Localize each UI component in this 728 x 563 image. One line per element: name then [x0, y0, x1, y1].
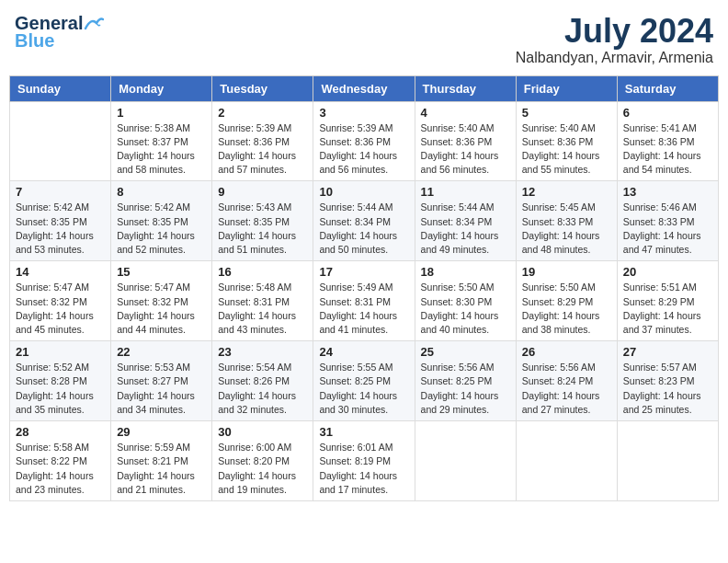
day-info: Sunrise: 5:38 AMSunset: 8:37 PMDaylight:…: [117, 121, 206, 178]
calendar-cell: 11Sunrise: 5:44 AMSunset: 8:34 PMDayligh…: [415, 181, 516, 261]
calendar-cell: 22Sunrise: 5:53 AMSunset: 8:27 PMDayligh…: [111, 341, 212, 421]
day-info: Sunrise: 5:42 AMSunset: 8:35 PMDaylight:…: [117, 201, 206, 257]
calendar-cell: 13Sunrise: 5:46 AMSunset: 8:33 PMDayligh…: [617, 181, 718, 261]
day-info: Sunrise: 5:53 AMSunset: 8:27 PMDaylight:…: [117, 361, 206, 417]
calendar-cell: 18Sunrise: 5:50 AMSunset: 8:30 PMDayligh…: [415, 261, 516, 341]
calendar-cell: 30Sunrise: 6:00 AMSunset: 8:20 PMDayligh…: [212, 421, 313, 501]
logo-bird-icon: [84, 16, 104, 32]
day-number: 26: [522, 345, 611, 359]
day-info: Sunrise: 5:40 AMSunset: 8:36 PMDaylight:…: [421, 121, 510, 178]
day-info: Sunrise: 5:44 AMSunset: 8:34 PMDaylight:…: [319, 201, 408, 257]
day-info: Sunrise: 5:39 AMSunset: 8:36 PMDaylight:…: [218, 121, 307, 178]
calendar-cell: [415, 421, 516, 501]
calendar-week-row: 7Sunrise: 5:42 AMSunset: 8:35 PMDaylight…: [10, 181, 719, 261]
day-info: Sunrise: 5:50 AMSunset: 8:29 PMDaylight:…: [522, 281, 611, 337]
day-info: Sunrise: 5:56 AMSunset: 8:25 PMDaylight:…: [421, 361, 510, 417]
calendar-cell: 29Sunrise: 5:59 AMSunset: 8:21 PMDayligh…: [111, 421, 212, 501]
logo: General Blue: [15, 13, 105, 52]
calendar-cell: 1Sunrise: 5:38 AMSunset: 8:37 PMDaylight…: [111, 101, 212, 181]
day-number: 29: [117, 425, 206, 439]
day-info: Sunrise: 5:40 AMSunset: 8:36 PMDaylight:…: [522, 121, 611, 178]
day-info: Sunrise: 5:39 AMSunset: 8:36 PMDaylight:…: [319, 121, 408, 178]
calendar-cell: 6Sunrise: 5:41 AMSunset: 8:36 PMDaylight…: [617, 101, 718, 181]
calendar-cell: 31Sunrise: 6:01 AMSunset: 8:19 PMDayligh…: [313, 421, 415, 501]
calendar-week-row: 21Sunrise: 5:52 AMSunset: 8:28 PMDayligh…: [10, 341, 719, 421]
calendar-cell: 10Sunrise: 5:44 AMSunset: 8:34 PMDayligh…: [313, 181, 415, 261]
day-info: Sunrise: 5:54 AMSunset: 8:26 PMDaylight:…: [218, 361, 307, 417]
calendar-cell: 24Sunrise: 5:55 AMSunset: 8:25 PMDayligh…: [313, 341, 415, 421]
calendar-header-row: SundayMondayTuesdayWednesdayThursdayFrid…: [10, 75, 719, 101]
day-info: Sunrise: 5:49 AMSunset: 8:31 PMDaylight:…: [319, 281, 408, 337]
calendar-cell: 28Sunrise: 5:58 AMSunset: 8:22 PMDayligh…: [10, 421, 111, 501]
day-info: Sunrise: 5:41 AMSunset: 8:36 PMDaylight:…: [623, 121, 712, 178]
day-number: 22: [117, 345, 206, 359]
day-number: 10: [319, 185, 408, 199]
day-info: Sunrise: 5:47 AMSunset: 8:32 PMDaylight:…: [16, 281, 105, 337]
day-info: Sunrise: 5:55 AMSunset: 8:25 PMDaylight:…: [319, 361, 408, 417]
day-info: Sunrise: 5:51 AMSunset: 8:29 PMDaylight:…: [623, 281, 712, 337]
calendar-week-row: 14Sunrise: 5:47 AMSunset: 8:32 PMDayligh…: [10, 261, 719, 341]
calendar-cell: [10, 101, 111, 181]
day-info: Sunrise: 5:45 AMSunset: 8:33 PMDaylight:…: [522, 201, 611, 257]
day-number: 2: [218, 106, 307, 120]
calendar-cell: 20Sunrise: 5:51 AMSunset: 8:29 PMDayligh…: [617, 261, 718, 341]
day-number: 25: [421, 345, 510, 359]
day-number: 23: [218, 345, 307, 359]
title-section: July 2024 Nalbandyan, Armavir, Armenia: [516, 13, 713, 66]
day-number: 7: [16, 185, 105, 199]
calendar-cell: 27Sunrise: 5:57 AMSunset: 8:23 PMDayligh…: [617, 341, 718, 421]
calendar-week-row: 1Sunrise: 5:38 AMSunset: 8:37 PMDaylight…: [10, 101, 719, 181]
calendar-table: SundayMondayTuesdayWednesdayThursdayFrid…: [9, 75, 719, 501]
day-number: 31: [319, 425, 408, 439]
day-info: Sunrise: 5:52 AMSunset: 8:28 PMDaylight:…: [16, 361, 105, 417]
day-info: Sunrise: 5:57 AMSunset: 8:23 PMDaylight:…: [623, 361, 712, 417]
calendar-cell: 9Sunrise: 5:43 AMSunset: 8:35 PMDaylight…: [212, 181, 313, 261]
weekday-header: Friday: [516, 75, 617, 101]
calendar-cell: 8Sunrise: 5:42 AMSunset: 8:35 PMDaylight…: [111, 181, 212, 261]
calendar-cell: 23Sunrise: 5:54 AMSunset: 8:26 PMDayligh…: [212, 341, 313, 421]
weekday-header: Monday: [111, 75, 212, 101]
weekday-header: Saturday: [617, 75, 718, 101]
calendar-cell: 21Sunrise: 5:52 AMSunset: 8:28 PMDayligh…: [10, 341, 111, 421]
day-info: Sunrise: 6:01 AMSunset: 8:19 PMDaylight:…: [319, 441, 408, 497]
day-info: Sunrise: 5:42 AMSunset: 8:35 PMDaylight:…: [16, 201, 105, 257]
day-number: 8: [117, 185, 206, 199]
day-number: 1: [117, 106, 206, 120]
logo-blue: Blue: [15, 30, 54, 52]
day-number: 20: [623, 265, 712, 279]
day-number: 17: [319, 265, 408, 279]
day-info: Sunrise: 5:46 AMSunset: 8:33 PMDaylight:…: [623, 201, 712, 257]
day-number: 12: [522, 185, 611, 199]
calendar-cell: 4Sunrise: 5:40 AMSunset: 8:36 PMDaylight…: [415, 101, 516, 181]
day-number: 6: [623, 106, 712, 120]
calendar-cell: 2Sunrise: 5:39 AMSunset: 8:36 PMDaylight…: [212, 101, 313, 181]
day-number: 28: [16, 425, 105, 439]
day-number: 11: [421, 185, 510, 199]
calendar-cell: 5Sunrise: 5:40 AMSunset: 8:36 PMDaylight…: [516, 101, 617, 181]
calendar-cell: [516, 421, 617, 501]
day-number: 9: [218, 185, 307, 199]
day-number: 13: [623, 185, 712, 199]
day-number: 19: [522, 265, 611, 279]
day-number: 24: [319, 345, 408, 359]
calendar-cell: 19Sunrise: 5:50 AMSunset: 8:29 PMDayligh…: [516, 261, 617, 341]
calendar-cell: 12Sunrise: 5:45 AMSunset: 8:33 PMDayligh…: [516, 181, 617, 261]
calendar-cell: 26Sunrise: 5:56 AMSunset: 8:24 PMDayligh…: [516, 341, 617, 421]
day-number: 15: [117, 265, 206, 279]
day-number: 18: [421, 265, 510, 279]
weekday-header: Sunday: [10, 75, 111, 101]
day-number: 27: [623, 345, 712, 359]
day-info: Sunrise: 5:50 AMSunset: 8:30 PMDaylight:…: [421, 281, 510, 337]
day-number: 21: [16, 345, 105, 359]
calendar-cell: 14Sunrise: 5:47 AMSunset: 8:32 PMDayligh…: [10, 261, 111, 341]
calendar-cell: 17Sunrise: 5:49 AMSunset: 8:31 PMDayligh…: [313, 261, 415, 341]
calendar-week-row: 28Sunrise: 5:58 AMSunset: 8:22 PMDayligh…: [10, 421, 719, 501]
month-title: July 2024: [516, 13, 713, 50]
calendar-cell: 25Sunrise: 5:56 AMSunset: 8:25 PMDayligh…: [415, 341, 516, 421]
day-info: Sunrise: 5:48 AMSunset: 8:31 PMDaylight:…: [218, 281, 307, 337]
day-number: 16: [218, 265, 307, 279]
day-number: 30: [218, 425, 307, 439]
page-header: General Blue July 2024 Nalbandyan, Armav…: [9, 9, 719, 70]
calendar-cell: 15Sunrise: 5:47 AMSunset: 8:32 PMDayligh…: [111, 261, 212, 341]
location-subtitle: Nalbandyan, Armavir, Armenia: [516, 50, 713, 66]
